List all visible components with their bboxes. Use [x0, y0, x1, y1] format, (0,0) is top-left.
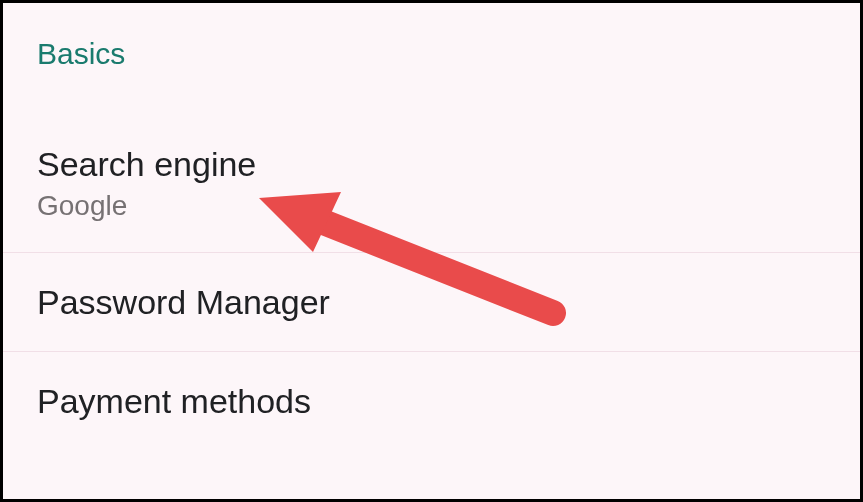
section-header-basics: Basics [3, 3, 860, 89]
setting-title: Search engine [37, 143, 826, 186]
setting-payment-methods[interactable]: Payment methods [3, 352, 860, 451]
setting-title: Payment methods [37, 380, 826, 423]
setting-password-manager[interactable]: Password Manager [3, 253, 860, 353]
settings-panel: Basics Search engine Google Password Man… [0, 0, 863, 502]
setting-search-engine[interactable]: Search engine Google [3, 89, 860, 253]
setting-title: Password Manager [37, 281, 826, 324]
setting-subtitle: Google [37, 190, 826, 222]
